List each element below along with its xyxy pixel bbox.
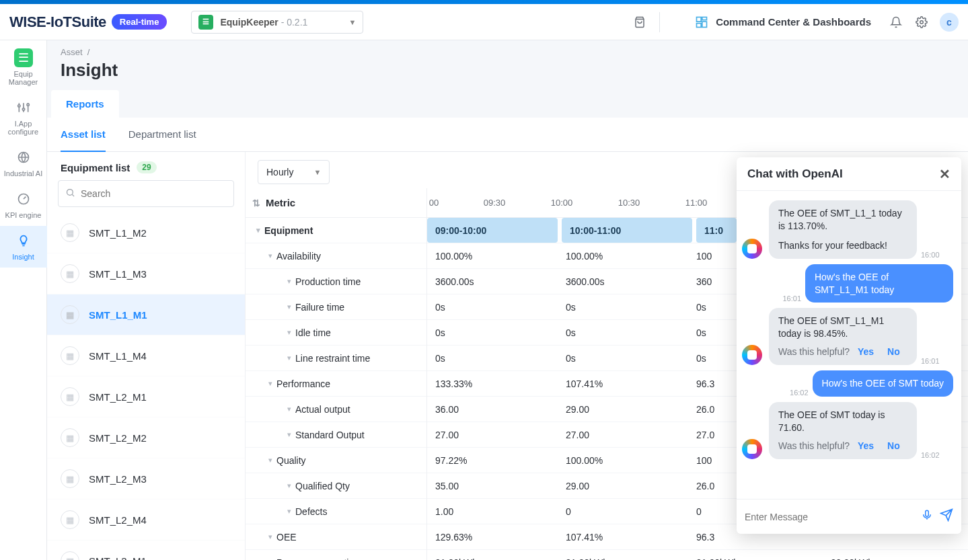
close-icon[interactable]: ✕ — [939, 166, 951, 182]
rail-kpi-engine[interactable]: KPI engine — [0, 184, 47, 226]
metric-row[interactable]: ▾Standard Output — [246, 422, 426, 448]
value-cell: 20.00kWh — [823, 550, 903, 560]
value-cell: 100 — [688, 448, 729, 473]
metric-label: Equipment — [264, 225, 313, 236]
value-cell: 29.00 — [558, 397, 688, 422]
equipment-item[interactable]: ▦SMT_L3_M1 — [47, 541, 245, 560]
equipment-item[interactable]: ▦SMT_L2_M1 — [47, 376, 245, 417]
metric-row[interactable]: ▾OEE — [246, 524, 426, 550]
send-icon[interactable] — [940, 508, 953, 525]
chevron-down-icon: ▾ — [283, 303, 295, 311]
chat-panel: Chat with OpenAI ✕ The OEE of SMT_L1_1 t… — [737, 157, 961, 534]
ruler-tick: 10:30 — [618, 198, 640, 208]
metric-label: Standard Output — [295, 430, 365, 440]
metric-row[interactable]: ▾Idle time — [246, 320, 426, 346]
metric-row[interactable]: ▾Performance — [246, 371, 426, 397]
metric-label: Production time — [295, 276, 361, 287]
feedback-yes[interactable]: Yes — [858, 346, 874, 357]
metric-row[interactable]: ▾Actual output — [246, 397, 426, 422]
metric-row[interactable]: ▾Defects — [246, 499, 426, 524]
value-cell: 21.00kWh — [558, 550, 688, 560]
value-cell: 0s — [688, 320, 729, 345]
value-cell: 26.0 — [688, 397, 729, 422]
chevron-down-icon: ▾ — [283, 277, 295, 286]
equipment-item[interactable]: ▦SMT_L2_M3 — [47, 458, 245, 499]
equipment-item[interactable]: ▦SMT_L2_M2 — [47, 417, 245, 458]
metric-label: Performance — [276, 378, 330, 389]
sort-icon[interactable]: ⇅ — [252, 198, 260, 208]
value-cell: 96.3 — [688, 524, 729, 549]
bell-icon[interactable] — [886, 12, 906, 32]
user-avatar[interactable]: c — [940, 13, 959, 32]
sliders-icon — [14, 98, 33, 117]
gear-icon[interactable] — [911, 12, 932, 32]
chat-bubble: The OEE of SMT_L1_1 today is 113.70%. Th… — [769, 200, 917, 259]
app-icon: ☰ — [198, 15, 213, 30]
subtab-department-list[interactable]: Department list — [128, 118, 196, 151]
chevron-down-icon: ▾ — [264, 532, 276, 541]
chat-input[interactable] — [745, 512, 914, 522]
value-cell: 96.3 — [688, 371, 729, 396]
equipment-item-label: SMT_L1_M2 — [89, 227, 147, 239]
chat-input-bar — [737, 499, 961, 534]
metric-row[interactable]: ▾Failure time — [246, 294, 426, 320]
metric-row[interactable]: ▾Quality — [246, 448, 426, 473]
metric-row[interactable]: ▾Availability — [246, 243, 426, 269]
chat-message-user: 16:01 How's the OEE of SMT_L1_M1 today — [742, 264, 953, 303]
equipment-item-label: SMT_L1_M3 — [89, 268, 147, 280]
equipment-item[interactable]: ▦SMT_L1_M2 — [47, 212, 245, 253]
svg-point-13 — [67, 189, 73, 195]
equipment-item[interactable]: ▦SMT_L1_M3 — [47, 253, 245, 294]
feedback-yes[interactable]: Yes — [858, 440, 874, 451]
bot-avatar-icon — [742, 239, 762, 259]
search-input[interactable] — [81, 188, 227, 199]
value-cell: 100 — [688, 243, 729, 268]
svg-rect-0 — [697, 17, 702, 22]
brand-part-a: WISE-I — [9, 13, 54, 30]
metric-row[interactable]: ▾Equipment — [246, 218, 426, 243]
equipment-item[interactable]: ▦SMT_L1_M1 — [47, 294, 245, 335]
interval-select-value: Hourly — [266, 167, 293, 177]
equipment-item[interactable]: ▦SMT_L1_M4 — [47, 335, 245, 376]
interval-select[interactable]: Hourly ▼ — [258, 160, 330, 184]
rail-insight[interactable]: Insight — [0, 226, 47, 268]
value-row: 21.00kWh21.00kWh21.00kWh20.00kWh — [427, 550, 968, 560]
chevron-down-icon: ▾ — [283, 481, 295, 490]
bucket-cell: 09:00-10:00 — [427, 218, 558, 243]
value-cell: 0s — [558, 294, 688, 319]
equipment-search[interactable] — [58, 180, 234, 207]
metric-row[interactable]: ▾Production time — [246, 269, 426, 294]
shopping-bag-icon[interactable] — [630, 12, 650, 32]
value-cell: 0s — [558, 346, 688, 370]
subtab-asset-list[interactable]: Asset list — [61, 118, 106, 152]
value-cell: 129.63% — [427, 524, 558, 549]
value-cell: 97.22% — [427, 448, 558, 473]
breadcrumb-asset[interactable]: Asset — [61, 47, 83, 57]
sub-tabs: Asset list Department list — [47, 118, 968, 152]
command-center-link[interactable]: Command Center & Dashboards — [694, 15, 871, 30]
metric-row[interactable]: ▾Power consumption — [246, 550, 426, 560]
equipment-item-label: SMT_L2_M1 — [89, 391, 147, 403]
tab-reports[interactable]: Reports — [51, 90, 119, 118]
value-cell: 27.00 — [427, 422, 558, 447]
value-cell: 100.00% — [558, 243, 688, 268]
value-cell: 36.00 — [427, 397, 558, 422]
chevron-down-icon: ▾ — [283, 354, 295, 362]
breadcrumb-sep: / — [87, 47, 90, 57]
metric-row[interactable]: ▾Qualified Qty — [246, 473, 426, 499]
feedback-no[interactable]: No — [887, 346, 900, 357]
rail-equip-manager[interactable]: ☰ Equip Manager — [0, 43, 47, 93]
chat-messages[interactable]: The OEE of SMT_L1_1 today is 113.70%. Th… — [737, 191, 961, 499]
metric-label: Defects — [295, 506, 327, 517]
equipment-status-icon: ▦ — [61, 469, 79, 488]
app-selector[interactable]: ☰ EquipKeeper - 0.2.1 ▼ — [191, 11, 363, 34]
value-cell: 0s — [558, 320, 688, 345]
chat-message-bot: The OEE of SMT today is 71.60. Was this … — [742, 402, 953, 459]
mic-icon[interactable] — [921, 509, 933, 524]
equipment-item[interactable]: ▦SMT_L2_M4 — [47, 499, 245, 541]
metric-row[interactable]: ▾Line restraint time — [246, 346, 426, 371]
rail-industrial-ai[interactable]: Industrial AI — [0, 143, 47, 184]
equipment-status-icon: ▦ — [61, 428, 79, 447]
rail-iapp-configure[interactable]: I.App configure — [0, 93, 47, 143]
feedback-no[interactable]: No — [887, 440, 900, 451]
